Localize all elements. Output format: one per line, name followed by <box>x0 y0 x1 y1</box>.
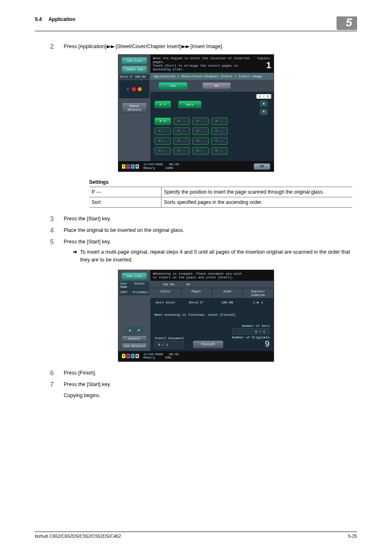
step-number: 7 <box>35 381 64 389</box>
job-header-row: ColorPaperZoomDuplex/ Combine <box>150 288 274 298</box>
sets-value: 0 / 1 <box>232 328 270 335</box>
side-paper-info: 8½×11 ⫍ 100.0% <box>119 74 150 79</box>
page-slot[interactable]: P--- <box>211 118 228 125</box>
step-text: Press [Finish]. <box>64 369 357 377</box>
page-slot[interactable]: P--- <box>211 127 228 135</box>
step-text: Press [Application] ▸▸ [Sheet/Cover/Chap… <box>64 43 357 51</box>
step-number: 3 <box>35 215 64 223</box>
page-slot[interactable]: P--- <box>173 127 190 135</box>
arrow-icon: ➔ <box>73 248 80 256</box>
step-2: 2 Press [Application] ▸▸ [Sheet/Cover/Ch… <box>35 43 357 51</box>
setting-key: Sort <box>89 197 161 207</box>
page-footer: bizhub C652/C652DS/C552/C552DS/C452 5-25 <box>35 532 357 539</box>
yes-button[interactable]: Yes <box>159 82 187 89</box>
settings-table: Settings P --- Specify the position to i… <box>89 179 352 208</box>
counters: Number of Sets 0 / 1 Number of Originals… <box>232 324 270 349</box>
timestamp: 11/04/2008 09:45 Memory 99% <box>143 353 179 360</box>
step-6: 6 Press [Finish]. <box>35 369 357 377</box>
insert-document: Insert Document 0 / 1 <box>154 336 184 349</box>
step-text: Press the [Start] key. <box>64 215 357 223</box>
finish-button[interactable]: Finish <box>193 340 223 349</box>
job-list-button[interactable]: Job List <box>122 273 147 280</box>
scroll-down-button[interactable]: ▼ <box>135 327 143 334</box>
page-slot-selected[interactable]: P 2 <box>154 118 171 125</box>
arrow-icon: ▸▸ <box>107 43 115 51</box>
step-7: 7 Press the [Start] key. Copying begins. <box>35 381 357 400</box>
page-header: 5.4 Application 5 <box>35 16 357 31</box>
page-slot[interactable]: P--- <box>192 118 209 125</box>
table-row: Sort Sorts specified pages in the ascend… <box>89 197 352 208</box>
side-preview-icon: ⫍ <box>119 80 150 98</box>
step-number: 6 <box>35 369 64 377</box>
message-bar: ◆Scanning is stopped. Place document you… <box>150 270 274 281</box>
scroll-up-button[interactable]: ▲ <box>126 327 134 334</box>
section-title: Application <box>48 16 75 22</box>
chapter-badge: 5 <box>337 16 357 30</box>
timestamp: 11/04/2008 09:40 Memory 100% <box>143 163 179 170</box>
step-3: 3 Press the [Start] key. <box>35 215 357 223</box>
job-queue: User NameStatus COPYPrintWait <box>119 281 150 295</box>
insert-doc-count: 0 / 1 <box>154 341 184 349</box>
page-slot[interactable]: P--- <box>211 147 228 155</box>
setting-value: Sorts specified pages in the ascending o… <box>161 197 352 207</box>
arrow-icon: ▸▸ <box>182 43 190 51</box>
job-number-row: Job No. 20 <box>150 281 274 288</box>
page-slot[interactable]: P--- <box>211 137 228 145</box>
page-slot[interactable]: P--- <box>154 127 171 135</box>
page-indicator: P 2 <box>154 101 171 108</box>
page-up-button[interactable]: ▲ <box>260 100 268 107</box>
setting-value: Specify the position to insert the page … <box>161 187 352 197</box>
step-number: 2 <box>35 43 64 51</box>
page-of: 1 / 2 <box>256 94 271 99</box>
job-details-button[interactable]: Job Details <box>122 343 147 349</box>
step-text: Place the original to be inserted on the… <box>64 227 357 234</box>
breadcrumb: Application > Sheet/Cover/Chapter Insert… <box>150 73 274 80</box>
table-row: P --- Specify the position to insert the… <box>89 187 352 197</box>
finish-hint: When scanning is finished, touch [Finish… <box>154 313 270 317</box>
step-number: 4 <box>35 227 64 235</box>
page-slot[interactable]: P--- <box>173 147 190 155</box>
job-list-button[interactable]: Job List <box>122 57 147 64</box>
header-left: 5.4 Application <box>35 16 75 22</box>
ok-button[interactable]: OK <box>254 163 270 170</box>
footer-model: bizhub C652/C652DS/C552/C552DS/C452 <box>35 534 121 539</box>
bottom-status-bar: Y M C K 11/04/2008 09:45 Memory 99% <box>118 351 274 362</box>
page-slot[interactable]: P--- <box>154 137 171 145</box>
job-value-row: Auto Color8½×11 ⫍100.0%1 ▶ 1 <box>150 298 274 306</box>
footer-page: 5-25 <box>348 534 357 539</box>
step-5: 5 Press the [Start] key. ➔ To insert a m… <box>35 238 357 266</box>
settings-title: Settings <box>89 179 352 187</box>
step-4: 4 Place the original to be inserted on t… <box>35 227 357 235</box>
document-page: 5.4 Application 5 2 Press [Application] … <box>0 0 392 555</box>
page-slot[interactable]: P--- <box>173 137 190 145</box>
page-down-button[interactable]: ▼ <box>260 109 268 115</box>
page-slot[interactable]: P--- <box>173 118 190 125</box>
page-slot[interactable]: P--- <box>192 137 209 145</box>
step-text: Press the [Start] key. Copying begins. <box>64 381 357 400</box>
pager: 1 / 2 ▲ ▼ <box>256 94 271 115</box>
page-slot[interactable]: P--- <box>192 127 209 135</box>
side-panel: Job List Check Job 8½×11 ⫍ 100.0% ⫍ Chec… <box>118 55 150 161</box>
step-subtext: To insert a multi-page original, repeat … <box>80 248 357 264</box>
check-job-button[interactable]: Check Job <box>122 66 147 73</box>
section-number: 5.4 <box>35 16 42 22</box>
sort-button[interactable]: Sort <box>178 101 201 108</box>
no-button[interactable]: No <box>202 82 231 89</box>
copies-value: 1 <box>266 60 271 70</box>
delete-button[interactable]: Delete <box>122 335 147 342</box>
step-text: Press the [Start] key. ➔ To insert a mul… <box>64 238 357 266</box>
message-bar: ◆Use the keypad to enter the location of… <box>150 55 274 73</box>
screenshot-scan-finish: Job List User NameStatus COPYPrintWait ▲… <box>35 270 357 362</box>
check-details-button[interactable]: Check Details <box>122 102 147 113</box>
side-panel: Job List User NameStatus COPYPrintWait ▲… <box>118 270 150 351</box>
screenshot-insert-image: Job List Check Job 8½×11 ⫍ 100.0% ⫍ Chec… <box>35 54 357 172</box>
bottom-status-bar: Y M C K 11/04/2008 09:40 Memory 100% OK <box>118 161 274 172</box>
page-slot[interactable]: P--- <box>192 147 209 155</box>
page-slot[interactable]: P--- <box>154 147 171 155</box>
toner-icon: Y M C K <box>122 164 139 169</box>
originals-value: 9 <box>232 339 270 349</box>
toner-icon: Y M C K <box>122 354 139 358</box>
step-number: 5 <box>35 238 64 246</box>
mfp-screen-1: Job List Check Job 8½×11 ⫍ 100.0% ⫍ Chec… <box>118 54 274 172</box>
mfp-screen-2: Job List User NameStatus COPYPrintWait ▲… <box>118 270 274 362</box>
